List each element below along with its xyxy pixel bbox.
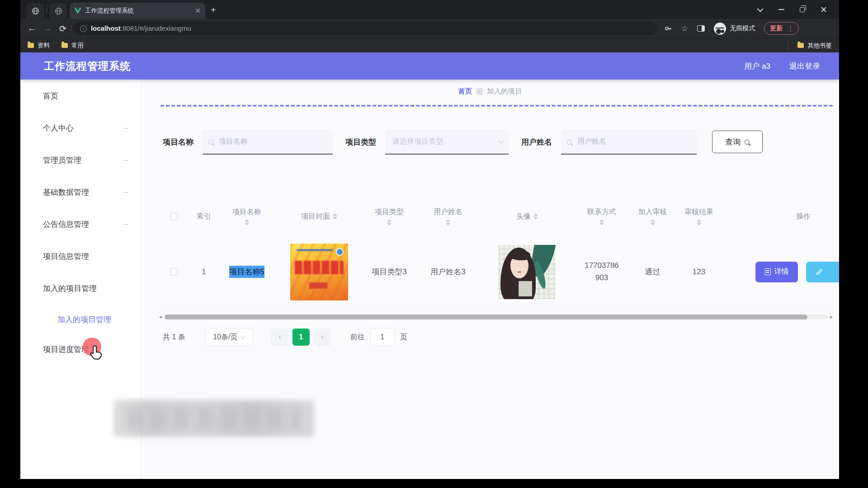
sort-icon[interactable] — [333, 213, 337, 220]
logout-link[interactable]: 退出登录 — [789, 61, 820, 71]
project-name-input[interactable] — [203, 129, 333, 155]
sort-icon[interactable] — [245, 219, 249, 225]
scrollbar-thumb[interactable] — [165, 314, 807, 319]
breadcrumb-separator-icon — [476, 88, 482, 95]
bookmark-star-icon[interactable]: ☆ — [681, 24, 688, 33]
current-user-label: 用户 a3 — [744, 61, 770, 71]
close-window-button[interactable]: ✕ — [820, 5, 827, 14]
prev-page-button[interactable]: ‹ — [271, 328, 288, 346]
cell-contact: 17703786903 — [585, 260, 619, 284]
restore-button[interactable] — [800, 7, 805, 12]
tab-search-chevron-icon[interactable] — [757, 6, 764, 12]
col-index: 索引 — [197, 212, 211, 221]
app-header: 工作流程管理系统 用户 a3 退出登录 — [20, 52, 839, 80]
tab-title: 工作流程管理系统 — [85, 7, 191, 15]
sort-icon[interactable] — [599, 219, 604, 225]
cover-logo-dot — [336, 248, 344, 256]
cell-project-name-selected: 项目名称5 — [229, 266, 264, 278]
tab-close-icon[interactable]: ✕ — [195, 7, 201, 15]
collapse-icon — [123, 160, 128, 161]
incognito-indicator: 无痕模式 — [714, 23, 755, 35]
next-page-button[interactable]: › — [314, 328, 331, 346]
sort-icon[interactable] — [446, 219, 450, 225]
sidebar-item-notice-mgmt[interactable]: 公告信息管理 — [20, 208, 141, 240]
active-tab[interactable]: 工作流程管理系统 ✕ — [70, 3, 205, 19]
sidebar-item-joined-project-mgmt[interactable]: 加入的项目管理 — [20, 272, 141, 305]
app-title: 工作流程管理系统 — [44, 59, 131, 73]
tab-strip: 工作流程管理系统 ✕ + ✕ — [20, 0, 839, 19]
row-checkbox[interactable] — [170, 268, 178, 276]
menu-kebab-icon[interactable]: ⋮ — [787, 24, 794, 33]
scroll-right-icon[interactable]: ▸ — [830, 314, 833, 319]
sidebar-item-personal-center[interactable]: 个人中心 — [20, 112, 141, 144]
user-name-input[interactable] — [561, 129, 697, 155]
page-size-select[interactable]: 10条/页 — [205, 328, 253, 346]
chevron-down-icon — [498, 138, 503, 143]
globe-icon — [32, 7, 39, 15]
site-info-icon[interactable]: i — [80, 25, 87, 32]
sort-icon[interactable] — [651, 219, 655, 225]
password-key-icon[interactable] — [664, 25, 672, 32]
pencil-icon — [816, 268, 823, 275]
pagination: 共 1 条 10条/页 ‹ 1 › 前往 页 — [163, 328, 407, 346]
detail-button[interactable]: 详情 — [755, 262, 798, 282]
project-type-select[interactable]: 请选择项目类型 — [385, 129, 509, 155]
folder-icon — [61, 43, 68, 48]
user-avatar-image[interactable] — [499, 245, 556, 299]
sidebar-item-home[interactable]: 首页 — [20, 80, 141, 112]
col-name: 项目名称 — [232, 207, 261, 217]
project-cover-image[interactable] — [290, 244, 348, 300]
address-bar[interactable]: i localhost:8081/#/jiarudexiangmu — [74, 22, 657, 35]
vue-logo-icon — [74, 8, 81, 14]
folder-icon — [28, 43, 34, 48]
current-page-button[interactable]: 1 — [292, 328, 310, 346]
side-panel-icon[interactable] — [697, 25, 705, 32]
select-all-checkbox[interactable] — [170, 213, 178, 221]
sidebar-item-project-info-mgmt[interactable]: 项目信息管理 — [20, 240, 141, 272]
query-button[interactable]: 查询 — [712, 131, 763, 153]
collapse-icon — [123, 192, 128, 193]
table-header-row: 索引 项目名称 项目封面 项目类型 用户姓名 头像 联系方式 加入审核 审核结果… — [159, 196, 839, 237]
forward-button[interactable]: → — [43, 23, 52, 33]
user-name-label: 用户姓名 — [521, 137, 552, 147]
sort-icon[interactable] — [697, 219, 701, 225]
filter-bar: 项目名称 项目类型 请选择项目类型 用户姓名 — [141, 129, 839, 155]
bookmark-folder-zl[interactable]: 资料 — [28, 42, 50, 50]
bookmark-folder-cy[interactable]: 常用 — [61, 42, 84, 50]
col-avatar: 头像 — [516, 212, 531, 221]
browser-toolbar: ← → ⟳ i localhost:8081/#/jiarudexiangmu … — [20, 19, 839, 38]
sidebar-item-admin-mgmt[interactable]: 管理员管理 — [20, 144, 141, 176]
browser-update-chip[interactable]: 更新 ⋮ — [764, 22, 799, 35]
goto-page-input[interactable] — [370, 328, 395, 346]
minimize-button[interactable] — [778, 9, 784, 10]
table-row: 1 项目名称5 项目类型3 用户姓名3 — [159, 237, 839, 307]
col-cover: 项目封面 — [301, 212, 330, 221]
edit-button[interactable] — [806, 262, 839, 282]
reload-button[interactable]: ⟳ — [59, 23, 66, 34]
blurred-watermark — [113, 400, 314, 437]
other-bookmarks[interactable]: 其他书签 — [797, 42, 832, 50]
scrollbar-track[interactable] — [165, 314, 827, 319]
sort-icon[interactable] — [387, 219, 392, 225]
globe-icon — [55, 7, 62, 15]
sidebar-item-basic-data-mgmt[interactable]: 基础数据管理 — [20, 176, 141, 208]
folder-icon — [797, 43, 804, 48]
bookmarks-bar: 资料 常用 其他书签 — [20, 38, 839, 52]
project-type-label: 项目类型 — [345, 137, 376, 147]
data-table: 索引 项目名称 项目封面 项目类型 用户姓名 头像 联系方式 加入审核 审核结果… — [159, 196, 839, 307]
document-icon — [765, 268, 771, 275]
back-button[interactable]: ← — [28, 23, 36, 33]
pinned-tab-1[interactable] — [27, 3, 44, 19]
collapse-icon — [123, 128, 128, 129]
goto-label: 前往 — [350, 333, 365, 342]
pinned-tab-2[interactable] — [50, 3, 67, 19]
col-contact: 联系方式 — [587, 207, 616, 217]
sort-icon[interactable] — [533, 213, 538, 220]
new-tab-button[interactable]: + — [211, 5, 216, 15]
sidebar-subitem-joined-project-mgmt-active[interactable]: 加入的项目管理 — [20, 305, 141, 334]
sidebar-item-project-progress-mgmt[interactable]: 项目进度管理 — [20, 334, 141, 364]
scroll-left-icon[interactable]: ◂ — [159, 314, 162, 319]
breadcrumb-home-link[interactable]: 首页 — [458, 87, 472, 96]
project-name-label: 项目名称 — [163, 137, 193, 147]
col-join-review: 加入审核 — [638, 207, 667, 217]
